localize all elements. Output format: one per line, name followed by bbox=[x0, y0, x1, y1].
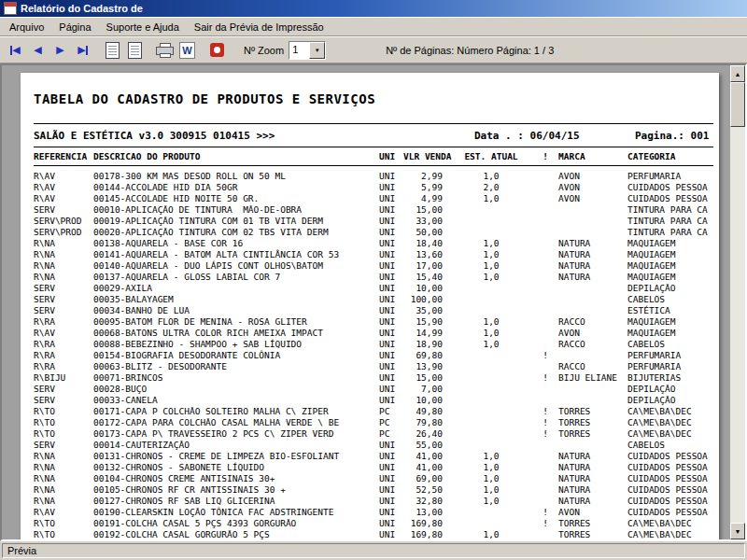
cell-descricao: 00104-CHRONOS CREME ANTISINAIS 30+ bbox=[93, 473, 379, 484]
first-page-button[interactable]: ◀ bbox=[5, 39, 26, 61]
chevron-down-icon[interactable]: ▼ bbox=[309, 42, 325, 59]
table-row: R\TO 00173-CAPA P\ TRAVESSEIRO 2 PCS C\ … bbox=[34, 428, 713, 440]
word-icon: W bbox=[179, 42, 195, 59]
cell-descricao: 00020-APLICAÇÃO TINTURA COM 02 TBS VITA … bbox=[93, 227, 379, 238]
cell-descricao: 00029-AXILA bbox=[93, 283, 379, 294]
cell-vlr-venda: 15,40 bbox=[403, 272, 450, 283]
cell-descricao: 00019-APLICAÇÃO TINTURA COM 01 TB VITA D… bbox=[93, 216, 379, 227]
cell-descricao: 00014-CAUTERIZAÇÃO bbox=[93, 440, 379, 451]
cell-vlr-venda: 14,99 bbox=[403, 328, 450, 339]
export-word-button[interactable]: W bbox=[176, 39, 198, 61]
menu-item-arquivo[interactable]: Arquivo bbox=[2, 20, 51, 35]
table-row: R\NA 00140-AQUARELA - DUO LÁPIS CONT OLH… bbox=[34, 260, 713, 272]
page-view-button[interactable] bbox=[124, 39, 146, 61]
cell-categoria: CUIDADOS PESSOA bbox=[627, 507, 713, 518]
report-subtitle-row: SALÃO E ESTÉTICA v3.0 300915 010415 >>> … bbox=[34, 124, 713, 147]
print-button[interactable] bbox=[154, 39, 176, 61]
cell-marca: TORRES bbox=[558, 417, 627, 428]
cell-categoria: PERFUMARIA bbox=[627, 350, 713, 361]
zoom-select[interactable]: 1 ▼ bbox=[289, 41, 326, 60]
cell-est-atual bbox=[450, 204, 532, 216]
cell-vlr-venda: 41,00 bbox=[403, 462, 450, 473]
cell-descricao: 00105-CHRONOS RF CR ANTISSINAIS 30 + bbox=[93, 484, 379, 496]
menu-item-sair-da-previa[interactable]: Sair da Prévia de Impressão bbox=[187, 20, 331, 35]
scroll-up-button[interactable]: ▲ bbox=[730, 65, 745, 82]
cell-uni: UNI bbox=[379, 372, 403, 384]
cell-categoria: CA\ME\BA\DEC bbox=[627, 428, 713, 440]
cell-referencia: R\NA bbox=[34, 484, 93, 496]
cell-marca: AVON bbox=[558, 507, 627, 518]
cell-categoria: MAQUIAGEM bbox=[627, 272, 713, 283]
previous-page-button[interactable]: ◀ bbox=[27, 39, 49, 61]
cell-marca: TORRES bbox=[558, 529, 627, 540]
cell-uni: UNI bbox=[379, 518, 403, 529]
cell-flag bbox=[532, 328, 558, 339]
cell-vlr-venda: 2,99 bbox=[403, 171, 450, 182]
cell-uni: UNI bbox=[379, 507, 403, 518]
cell-descricao: 00071-BRINCOS bbox=[93, 372, 379, 384]
previous-page-icon: ◀ bbox=[34, 45, 41, 55]
cell-flag: ! bbox=[532, 372, 558, 384]
cell-descricao: 00127-CHRONOS RF SAB LIQ GLICERINA bbox=[93, 496, 379, 507]
cell-marca: NATURA bbox=[558, 473, 627, 484]
cell-vlr-venda: 15,90 bbox=[403, 316, 450, 328]
cell-categoria: CUIDADOS PESSOA bbox=[627, 496, 713, 507]
cell-categoria: CUIDADOS PESSOA bbox=[627, 462, 713, 473]
menu-item-pagina[interactable]: Página bbox=[51, 20, 98, 35]
cell-flag bbox=[532, 529, 558, 540]
cell-uni: UNI bbox=[379, 462, 403, 473]
pdf-icon bbox=[210, 43, 224, 57]
preview-area: TABELA DO CADASTRO DE PRODUTOS E SERVIÇO… bbox=[0, 63, 747, 541]
cell-descricao: 00190-CLEARSKIN LOÇÃO TÔNICA FAC ADSTRIN… bbox=[93, 507, 379, 518]
cell-referencia: R\AV bbox=[34, 328, 93, 339]
cell-uni: UNI bbox=[379, 350, 403, 361]
cell-referencia: SERV bbox=[34, 395, 93, 406]
scrollbar-track[interactable] bbox=[730, 82, 745, 523]
cell-descricao: 00178-300 KM MAS DESOD ROLL ON 50 ML bbox=[93, 171, 379, 182]
cell-referencia: R\RA bbox=[34, 316, 93, 328]
cell-marca: RACCO bbox=[558, 316, 627, 328]
cell-est-atual bbox=[450, 395, 532, 406]
cell-est-atual: 1,0 bbox=[450, 451, 532, 462]
cell-descricao: 00095-BATOM FLOR DE MENINA - ROSA GLITER bbox=[93, 316, 379, 328]
cell-descricao: 00191-COLCHA CASAL 5 PÇS 4393 GORGURÃO bbox=[93, 518, 379, 529]
cell-referencia: R\AV bbox=[34, 182, 93, 193]
vertical-scrollbar[interactable]: ▲ ▼ bbox=[730, 65, 745, 539]
pdf-dot-icon bbox=[214, 47, 220, 53]
next-page-button[interactable]: ▶ bbox=[49, 39, 71, 61]
cell-vlr-venda: 13,00 bbox=[403, 507, 450, 518]
cell-marca: NATURA bbox=[558, 260, 627, 272]
page-icon bbox=[128, 42, 142, 59]
cell-marca: TORRES bbox=[558, 540, 627, 541]
cell-vlr-venda: 32,80 bbox=[403, 496, 450, 507]
cell-descricao: 00063-BLITZ - DESODORANTE bbox=[93, 361, 379, 372]
cell-referencia: R\AV bbox=[34, 171, 93, 182]
cell-descricao: 00137-AQUARELA - GLOSS LABIAL COR 7 bbox=[93, 272, 379, 283]
cell-flag bbox=[532, 294, 558, 305]
cell-referencia: R\TO bbox=[34, 518, 93, 529]
cell-flag bbox=[532, 260, 558, 272]
cell-uni: UNI bbox=[379, 171, 403, 182]
scrollbar-thumb[interactable] bbox=[730, 82, 745, 127]
menu-item-suporte-e-ajuda[interactable]: Suporte e Ajuda bbox=[99, 20, 187, 35]
cell-categoria: CA\ME\BA\DEC bbox=[627, 540, 713, 541]
table-row: R\TO 00172-CAPA PARA COLCHÃO CASAL MALHA… bbox=[34, 417, 713, 428]
last-page-button[interactable]: ▶ bbox=[72, 39, 93, 61]
cell-est-atual bbox=[450, 227, 532, 238]
scroll-down-button[interactable]: ▼ bbox=[730, 523, 745, 539]
last-page-icon: ▶ bbox=[78, 45, 85, 55]
cell-flag bbox=[532, 361, 558, 372]
cell-vlr-venda: 50,00 bbox=[403, 227, 450, 238]
page-setup-button[interactable] bbox=[102, 39, 123, 61]
cell-est-atual: 1,0 bbox=[450, 473, 532, 484]
cell-est-atual: 1,0 bbox=[450, 484, 532, 496]
cell-uni: UNI bbox=[379, 384, 403, 395]
cell-descricao: 00145-ACCOLADE HID NOITE 50 GR. bbox=[93, 193, 379, 204]
cell-vlr-venda: 100,00 bbox=[403, 294, 450, 305]
table-row: R\NA 00131-CHRONOS - CREME DE LIMPEZA BI… bbox=[34, 451, 713, 462]
next-page-icon: ▶ bbox=[56, 45, 63, 55]
cell-referencia: R\NA bbox=[34, 451, 93, 462]
cell-marca: AVON bbox=[558, 171, 627, 182]
cell-marca bbox=[558, 283, 627, 294]
export-pdf-button[interactable] bbox=[206, 39, 228, 61]
